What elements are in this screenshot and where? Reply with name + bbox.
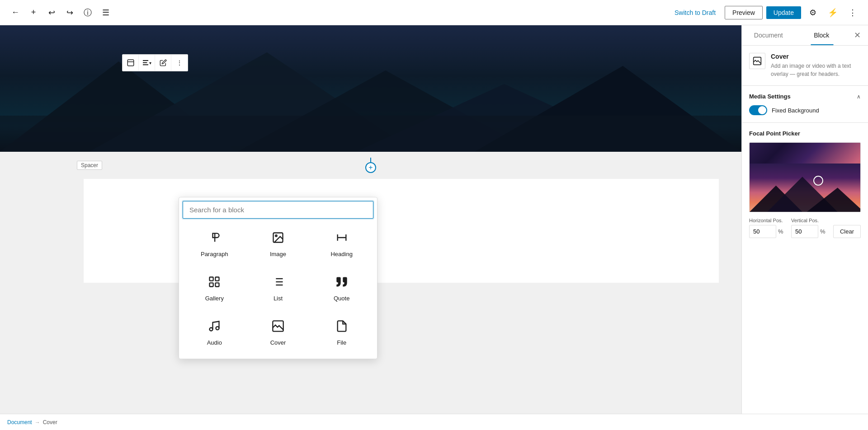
- vertical-pos-unit: %: [820, 228, 826, 235]
- main-area: ▾ ⋮: [0, 25, 868, 414]
- svg-rect-14: [216, 277, 219, 281]
- svg-point-12: [275, 235, 277, 237]
- cover-info-text: Cover Add an image or video with a text …: [771, 53, 861, 78]
- breadcrumb-current: Cover: [43, 419, 57, 425]
- update-button[interactable]: Update: [766, 6, 801, 19]
- back-button[interactable]: ←: [7, 5, 24, 21]
- svg-rect-2: [143, 62, 147, 63]
- cover-info-section: Cover Add an image or video with a text …: [742, 46, 868, 86]
- toolbar-right: Switch to Draft Preview Update ⚙ ⚡ ⋮: [669, 5, 861, 21]
- block-toolbar: ▾ ⋮: [122, 54, 188, 71]
- focal-point-image-container[interactable]: [749, 142, 861, 212]
- svg-rect-3: [143, 64, 148, 65]
- block-icon-image: [272, 231, 284, 247]
- focal-point-title: Focal Point Picker: [749, 130, 861, 137]
- breadcrumb-document[interactable]: Document: [7, 419, 32, 425]
- focal-point-image: [750, 143, 860, 212]
- top-toolbar: ← + ↩ ↪ ⓘ ☰ Switch to Draft Preview Upda…: [0, 0, 868, 25]
- preview-button[interactable]: Preview: [725, 6, 763, 19]
- switch-to-draft-button[interactable]: Switch to Draft: [669, 6, 721, 19]
- block-item[interactable]: Gallery: [183, 266, 246, 311]
- vertical-pos-label: Vertical Pos.: [791, 218, 828, 223]
- svg-rect-16: [216, 283, 219, 286]
- clear-focal-point-button[interactable]: Clear: [833, 225, 861, 238]
- block-label-gallery: Gallery: [205, 295, 224, 302]
- insert-block-button[interactable]: +: [365, 162, 376, 173]
- svg-point-24: [216, 327, 219, 330]
- undo-button[interactable]: ↩: [43, 5, 60, 21]
- focal-point-section: Focal Point Picker: [742, 123, 868, 245]
- block-icon-list: [272, 276, 284, 291]
- editor-canvas: ▾ ⋮: [0, 25, 741, 414]
- edit-button[interactable]: [155, 55, 171, 71]
- media-settings-section: Media Settings ∧ Fixed Background: [742, 86, 868, 123]
- block-icon-audio: [208, 320, 221, 336]
- svg-rect-0: [127, 60, 134, 66]
- cover-block-description: Add an image or video with a text overla…: [771, 62, 861, 78]
- horizontal-pos-label: Horizontal Pos.: [749, 218, 786, 223]
- horizontal-pos-unit: %: [778, 228, 783, 235]
- align-button[interactable]: ▾: [139, 55, 155, 71]
- block-item[interactable]: List: [246, 266, 310, 311]
- breadcrumb-bar: Document → Cover: [0, 414, 868, 430]
- block-label-quote: Quote: [334, 295, 349, 302]
- focal-pos-row: Horizontal Pos. % Vertical Pos. % Clear: [749, 218, 861, 238]
- block-icon-cover: [272, 320, 284, 336]
- fixed-background-label: Fixed Background: [772, 107, 819, 114]
- tab-document[interactable]: Document: [742, 25, 795, 45]
- block-search-input[interactable]: [183, 201, 373, 219]
- horizontal-pos-input-row: %: [749, 225, 786, 238]
- block-grid: Paragraph Image Heading Gallery List: [183, 222, 373, 355]
- block-label-file: File: [337, 339, 346, 346]
- block-icon-gallery: [208, 276, 221, 291]
- media-settings-title: Media Settings: [749, 93, 791, 100]
- vertical-pos-group: Vertical Pos. %: [791, 218, 828, 238]
- svg-rect-15: [210, 283, 213, 286]
- fixed-background-row: Fixed Background: [749, 105, 861, 115]
- block-label-heading: Heading: [330, 251, 352, 257]
- add-block-button[interactable]: +: [25, 5, 42, 21]
- settings-button[interactable]: ⚙: [805, 5, 821, 21]
- block-icon-file: [335, 320, 348, 336]
- more-button[interactable]: ⋮: [844, 5, 861, 21]
- block-label-cover: Cover: [270, 339, 286, 346]
- block-item[interactable]: Quote: [310, 266, 373, 311]
- right-sidebar: Document Block ✕ Cover Add an image or v…: [741, 25, 868, 414]
- horizontal-pos-group: Horizontal Pos. %: [749, 218, 786, 238]
- svg-point-23: [210, 328, 213, 331]
- svg-rect-1: [143, 60, 148, 61]
- vertical-pos-input[interactable]: [791, 225, 818, 238]
- vertical-pos-input-row: %: [791, 225, 828, 238]
- cover-block-title: Cover: [771, 53, 861, 60]
- toolbar-left: ← + ↩ ↪ ⓘ ☰: [7, 5, 114, 21]
- fixed-background-toggle[interactable]: [749, 105, 767, 115]
- horizontal-pos-input[interactable]: [749, 225, 776, 238]
- block-icon-paragraph: [208, 231, 221, 247]
- block-icon-heading: [335, 231, 348, 247]
- more-options-button[interactable]: ⋮: [171, 55, 188, 71]
- block-item[interactable]: Audio: [183, 311, 246, 355]
- block-icon-quote: [335, 276, 348, 291]
- cover-block[interactable]: [0, 25, 741, 152]
- block-item[interactable]: Image: [246, 222, 310, 266]
- tab-block[interactable]: Block: [795, 25, 849, 45]
- block-label-list: List: [274, 295, 283, 302]
- block-type-button[interactable]: [123, 55, 139, 71]
- block-item[interactable]: Paragraph: [183, 222, 246, 266]
- block-item[interactable]: File: [310, 311, 373, 355]
- block-item[interactable]: Cover: [246, 311, 310, 355]
- redo-button[interactable]: ↪: [61, 5, 78, 21]
- focal-point-marker[interactable]: [813, 176, 823, 186]
- help-button[interactable]: ⚡: [825, 5, 841, 21]
- list-view-button[interactable]: ☰: [98, 5, 114, 21]
- breadcrumb-separator: →: [35, 419, 40, 425]
- block-inserter-popup: Paragraph Image Heading Gallery List: [179, 197, 377, 359]
- media-settings-header: Media Settings ∧: [749, 93, 861, 100]
- svg-rect-10: [0, 116, 741, 152]
- spacer-label: Spacer: [77, 161, 102, 170]
- media-settings-chevron[interactable]: ∧: [857, 93, 861, 100]
- block-item[interactable]: Heading: [310, 222, 373, 266]
- info-button[interactable]: ⓘ: [80, 5, 96, 21]
- sidebar-close-button[interactable]: ✕: [848, 26, 866, 44]
- block-label-image: Image: [270, 251, 286, 257]
